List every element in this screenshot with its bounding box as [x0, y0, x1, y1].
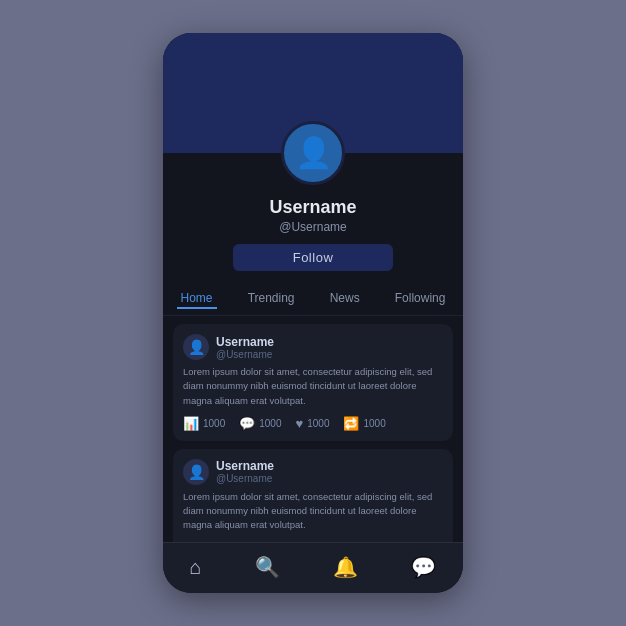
post-card: 👤 Username @Username Lorem ipsum dolor s… — [173, 324, 453, 441]
bell-icon[interactable]: 🔔 — [323, 553, 368, 581]
post-user-info: Username @Username — [216, 459, 274, 484]
chat-icon[interactable]: 💬 — [401, 553, 446, 581]
phone-frame: 👤 Username @Username Follow Home Trendin… — [163, 33, 463, 593]
stat-retweets-count: 1000 — [363, 418, 385, 429]
follow-button[interactable]: Follow — [233, 244, 394, 271]
tab-home[interactable]: Home — [177, 289, 217, 309]
bar-chart-icon: 📊 — [183, 416, 199, 431]
tab-trending[interactable]: Trending — [244, 289, 299, 309]
avatar: 👤 — [281, 121, 345, 185]
post-user-row: 👤 Username @Username — [183, 334, 443, 360]
post-handle: @Username — [216, 349, 274, 360]
post-username: Username — [216, 335, 274, 349]
search-icon[interactable]: 🔍 — [245, 553, 290, 581]
feed: 👤 Username @Username Lorem ipsum dolor s… — [163, 316, 463, 542]
user-avatar-icon: 👤 — [295, 138, 332, 168]
comment-icon: 💬 — [239, 416, 255, 431]
post-avatar-icon: 👤 — [183, 459, 209, 485]
post-handle: @Username — [216, 473, 274, 484]
post-body: Lorem ipsum dolor sit amet, consectetur … — [183, 365, 443, 408]
stat-views-count: 1000 — [203, 418, 225, 429]
nav-tabs: Home Trending News Following — [163, 281, 463, 316]
post-body: Lorem ipsum dolor sit amet, consectetur … — [183, 490, 443, 533]
stat-comments: 💬 1000 — [239, 416, 281, 431]
bottom-nav: ⌂ 🔍 🔔 💬 — [163, 542, 463, 593]
tab-following[interactable]: Following — [391, 289, 450, 309]
post-stats: 📊 1000 💬 1000 ♥ 1000 🔁 1000 — [183, 416, 443, 431]
stat-comments-count: 1000 — [259, 418, 281, 429]
post-avatar-icon: 👤 — [183, 334, 209, 360]
profile-username: Username — [269, 197, 356, 218]
home-icon[interactable]: ⌂ — [180, 554, 212, 581]
retweet-icon: 🔁 — [343, 416, 359, 431]
stat-likes-count: 1000 — [307, 418, 329, 429]
header-banner: 👤 — [163, 33, 463, 153]
post-card: 👤 Username @Username Lorem ipsum dolor s… — [173, 449, 453, 542]
heart-icon: ♥ — [296, 416, 304, 431]
profile-handle: @Username — [279, 220, 347, 234]
post-username: Username — [216, 459, 274, 473]
post-user-info: Username @Username — [216, 335, 274, 360]
post-user-row: 👤 Username @Username — [183, 459, 443, 485]
stat-likes: ♥ 1000 — [296, 416, 330, 431]
stat-views: 📊 1000 — [183, 416, 225, 431]
stat-retweets: 🔁 1000 — [343, 416, 385, 431]
tab-news[interactable]: News — [326, 289, 364, 309]
